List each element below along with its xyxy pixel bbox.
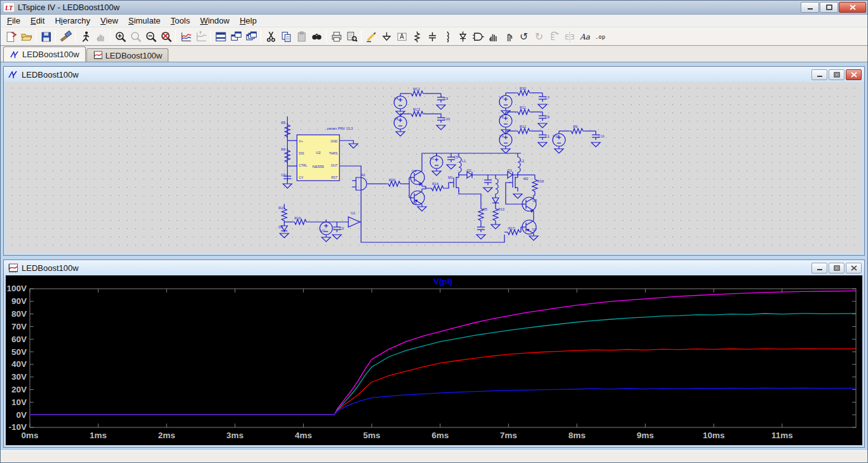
paste-button[interactable] [294, 29, 309, 44]
schematic-icon [8, 70, 18, 79]
undo-button[interactable]: ↺ [516, 29, 531, 44]
schematic-window-titlebar[interactable]: LEDBoost100w [4, 67, 864, 82]
menu-item-help[interactable]: Help [234, 15, 262, 26]
svg-text:U2: U2 [316, 151, 321, 155]
svg-text:10V: 10V [11, 397, 27, 407]
tab-waveform[interactable]: LEDBoost100w [86, 48, 169, 62]
resistor-button[interactable] [409, 29, 424, 44]
svg-text:4ms: 4ms [295, 431, 312, 440]
svg-text:V9: V9 [499, 134, 504, 138]
svg-text:11ms: 11ms [771, 431, 793, 440]
svg-text:E: E [550, 32, 555, 41]
move-button[interactable] [485, 29, 501, 44]
menu-item-window[interactable]: Window [195, 15, 234, 26]
svg-text:9ms: 9ms [637, 431, 654, 440]
component-button[interactable] [470, 29, 485, 44]
toolbar-separator [361, 30, 362, 43]
toolbar-separator [75, 30, 76, 43]
waveform-restore-button[interactable] [829, 263, 844, 273]
diode-button[interactable] [455, 29, 470, 44]
svg-text:Q5: Q5 [412, 201, 416, 205]
ground-button[interactable] [379, 29, 394, 44]
capacitor-icon [426, 31, 438, 43]
tab-label: LEDBoost100w [22, 50, 79, 59]
svg-text:V8: V8 [499, 115, 504, 119]
zoom-in-button[interactable] [112, 29, 128, 44]
menu-item-tools[interactable]: Tools [166, 15, 195, 26]
save-button[interactable] [38, 29, 53, 44]
cascade-button[interactable] [243, 29, 259, 44]
schematic-minimize-button[interactable] [811, 69, 827, 80]
ground-icon [381, 31, 393, 43]
menu-item-file[interactable]: File [2, 15, 25, 26]
svg-text:RST: RST [331, 176, 337, 179]
svg-text:C6: C6 [281, 173, 285, 177]
toolbar-separator [326, 30, 327, 43]
inductor-button[interactable] [440, 29, 455, 44]
zoom-out-button[interactable] [143, 29, 158, 44]
copy-button[interactable] [278, 29, 294, 44]
zoom-back-button[interactable] [128, 29, 143, 44]
mirror-icon: EƎ [564, 31, 576, 43]
menu-item-edit[interactable]: Edit [25, 15, 50, 26]
menu-item-hierarchy[interactable]: Hierarchy [50, 15, 95, 26]
maximize-button[interactable] [820, 2, 838, 13]
tile-vertical-button[interactable] [213, 29, 228, 44]
run-button[interactable] [78, 29, 93, 44]
open-button[interactable] [18, 29, 34, 44]
toolbar-separator [210, 30, 211, 43]
tab-schematic[interactable]: LEDBoost100w [3, 46, 86, 62]
find-icon [311, 31, 323, 43]
halt-button[interactable] [93, 29, 108, 44]
waveform-icon [93, 51, 103, 60]
cut-button[interactable] [263, 29, 278, 44]
svg-text:M2: M2 [524, 177, 529, 181]
svg-text:V7: V7 [499, 96, 504, 100]
resistor-icon [411, 31, 423, 43]
save-icon [40, 31, 52, 43]
svg-text:D2: D2 [467, 169, 471, 172]
new-schematic-button[interactable] [3, 29, 18, 44]
schematic-close-button[interactable] [846, 69, 862, 80]
waveform-minimize-button[interactable] [811, 263, 827, 273]
wire-button[interactable] [363, 29, 379, 44]
zoom-fit-button[interactable] [158, 29, 173, 44]
title-bar[interactable]: LT LTspice IV - LEDBoost100w [1, 1, 867, 15]
drag-button[interactable] [501, 29, 516, 44]
svg-text:R11: R11 [520, 106, 526, 109]
svg-text:100V: 100V [6, 284, 26, 293]
trace-teal [30, 314, 856, 415]
autorange-button[interactable] [178, 29, 193, 44]
spice-directive-button[interactable]: .op [592, 29, 607, 44]
print-preview-button[interactable] [344, 29, 359, 44]
waveform-canvas[interactable]: 100V90V80V70V60V50V40V30V20V10V0V-10V0ms… [6, 275, 862, 445]
svg-text:D1: D1 [508, 169, 512, 172]
control-panel-button[interactable] [58, 29, 73, 44]
waveform-window-titlebar[interactable]: LEDBoost100w [4, 260, 864, 275]
print-button[interactable] [329, 29, 344, 44]
rotate-button[interactable]: E [546, 29, 562, 44]
text-button[interactable]: Aa [577, 29, 592, 44]
label-button[interactable]: A [394, 29, 409, 44]
zoom-back-icon [130, 31, 142, 43]
menu-item-simulate[interactable]: Simulate [123, 15, 166, 26]
schematic-canvas[interactable]: V+DISCTRLCVGNDTHRSOUTRSTU2NE555R6R8C6.pa… [6, 82, 862, 253]
waveform-close-button[interactable] [846, 263, 862, 273]
copy-icon [280, 31, 292, 43]
minimize-button[interactable] [801, 2, 819, 13]
halt-icon [95, 31, 107, 43]
redo-button[interactable]: ↻ [531, 29, 546, 44]
toolbar-separator [110, 30, 111, 43]
tile-vertical-icon [215, 31, 227, 43]
plot-settings-button[interactable] [193, 29, 208, 44]
find-button[interactable] [309, 29, 324, 44]
schematic-icon [10, 50, 20, 59]
svg-text:LT: LT [4, 4, 13, 11]
schematic-restore-button[interactable] [829, 69, 844, 80]
menu-item-view[interactable]: View [95, 15, 123, 26]
capacitor-button[interactable] [424, 29, 440, 44]
close-button[interactable] [839, 2, 866, 13]
tile-horizontal-button[interactable] [228, 29, 243, 44]
mirror-button[interactable]: EƎ [562, 29, 577, 44]
plot-title: V(pl) [433, 277, 452, 286]
